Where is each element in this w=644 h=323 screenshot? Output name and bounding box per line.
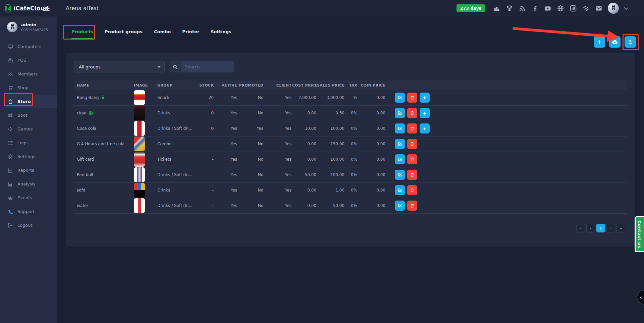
product-sales-price: 100.00 [317, 167, 345, 182]
edit-product-button[interactable] [395, 185, 405, 195]
main-content: Products Product groups Combo Printer Se… [57, 16, 644, 323]
sidebar-nav: Computers POS Members Shop Store Boot Ga… [0, 37, 57, 232]
sidebar-item-pos[interactable]: POS [0, 53, 57, 67]
edit-product-button[interactable] [395, 93, 405, 103]
sidebar-item-events[interactable]: Events [0, 191, 57, 205]
product-cost-price: 0.00 [292, 198, 317, 213]
product-stock: – [199, 167, 214, 182]
layers-icon[interactable] [582, 5, 590, 12]
product-coin-price: 0.00 [358, 121, 386, 136]
sidebar-user[interactable]: admin 005193482475 [0, 16, 57, 37]
sidebar-item-games[interactable]: Games [0, 122, 57, 136]
tab-settings[interactable]: Settings [211, 29, 231, 39]
edit-product-button[interactable] [395, 154, 405, 164]
products-card: All groups NAME IMAGE GRO [66, 53, 635, 247]
product-active: Yes [214, 105, 238, 121]
store-tabs: Products Product groups Combo Printer Se… [71, 29, 231, 39]
product-cost-price: 0.00 [292, 152, 317, 167]
client-tag-icon [101, 96, 104, 99]
sidebar-item-boot[interactable]: Boot [0, 108, 57, 122]
sidebar-item-computers[interactable]: Computers [0, 40, 57, 53]
trophy-icon[interactable] [506, 5, 513, 12]
cart-icon [8, 85, 13, 91]
product-promoted: No [238, 136, 264, 152]
pagination-prev-button[interactable]: ‹ [586, 224, 595, 232]
edit-product-button[interactable] [395, 170, 405, 180]
product-sales-price: 3,000.00 [317, 90, 345, 105]
sidebar-item-logs[interactable]: Logs [0, 136, 57, 150]
pagination-page-1[interactable]: 1 [596, 224, 605, 232]
pagination-first-button[interactable]: « [576, 224, 585, 232]
product-name: water [77, 203, 88, 208]
table-row: Bang Bang Snack 20 Yes No Yes 2,000.00 3… [74, 90, 627, 105]
product-image [134, 198, 145, 213]
sidebar-item-reports[interactable]: Reports [0, 163, 57, 177]
add-variant-button[interactable]: + [420, 123, 430, 133]
brand[interactable]: i2 iCafeCloud [0, 4, 41, 12]
delete-product-button[interactable] [407, 93, 417, 103]
rss-icon[interactable] [519, 5, 526, 12]
add-product-button[interactable]: + [594, 36, 605, 48]
youtube-icon[interactable] [544, 5, 551, 12]
product-name: G 4 Hours and free cola [77, 142, 124, 146]
product-image [134, 137, 145, 151]
sidebar-item-analysis[interactable]: Analysis [0, 177, 57, 191]
add-variant-button[interactable]: + [420, 93, 430, 103]
delete-product-button[interactable] [407, 123, 417, 133]
product-tax: % [345, 90, 358, 105]
sidebar-item-support[interactable]: Support [0, 205, 57, 218]
edit-product-button[interactable] [395, 201, 405, 211]
tab-combo[interactable]: Combo [154, 29, 171, 39]
add-variant-button[interactable]: + [420, 108, 430, 118]
ranking-icon[interactable] [493, 5, 500, 12]
group-filter-select[interactable]: All groups [74, 61, 165, 72]
contact-us-ribbon[interactable]: Contact us [635, 216, 644, 252]
sidebar-item-store[interactable]: Store [3, 95, 57, 108]
sidebar-item-label: POS [17, 58, 26, 63]
store-bag-icon [8, 99, 13, 104]
product-image [134, 121, 145, 136]
product-group: Drinks / Soft dri... [155, 167, 199, 182]
pagination-last-button[interactable]: » [616, 224, 625, 232]
icafe-app-icon[interactable] [570, 5, 577, 12]
download-products-button[interactable] [609, 36, 621, 48]
sidebar-item-members[interactable]: Members [0, 67, 57, 81]
product-coin-price: 0.00 [358, 90, 386, 105]
edit-product-button[interactable] [395, 108, 405, 118]
tab-printer[interactable]: Printer [182, 29, 199, 39]
tab-products[interactable]: Products [71, 29, 93, 39]
edit-product-button[interactable] [395, 139, 405, 149]
search-input[interactable] [181, 61, 234, 72]
edit-product-button[interactable] [395, 123, 405, 133]
facebook-icon[interactable] [531, 5, 539, 12]
chevron-down-icon[interactable] [624, 6, 629, 10]
chevron-left-icon: ‹ [640, 294, 642, 301]
delete-product-button[interactable] [407, 201, 417, 211]
subscription-days-badge[interactable]: 273 days [457, 4, 485, 12]
product-sales-price: 50.00 [317, 198, 345, 213]
mail-icon[interactable] [595, 5, 602, 12]
product-stock: – [199, 152, 214, 167]
upload-products-button[interactable] [625, 36, 636, 48]
delete-product-button[interactable] [407, 185, 417, 195]
product-group: Tickets [155, 152, 199, 167]
pagination-next-button[interactable]: › [606, 224, 615, 232]
sidebar-item-logout[interactable]: Logout [0, 218, 57, 232]
user-avatar[interactable] [608, 3, 619, 14]
sidebar-item-label: Logs [17, 140, 28, 145]
sidebar-item-shop[interactable]: Shop [0, 81, 57, 95]
sidebar-item-settings[interactable]: Settings [0, 150, 57, 163]
sidebar-item-label: Games [17, 126, 33, 131]
product-client: Yes [264, 121, 292, 136]
delete-product-button[interactable] [407, 170, 417, 180]
delete-product-button[interactable] [407, 108, 417, 118]
delete-product-button[interactable] [407, 139, 417, 149]
sidebar-item-label: Members [17, 71, 38, 76]
globe-icon[interactable] [557, 5, 564, 12]
table-row: Red bull Drinks / Soft dri... – Yes No Y… [74, 167, 627, 182]
col-name: NAME [74, 80, 131, 90]
delete-product-button[interactable] [407, 154, 417, 164]
product-coin-price: 0.00 [358, 182, 386, 198]
menu-toggle-icon[interactable] [43, 6, 50, 11]
tab-product-groups[interactable]: Product groups [105, 29, 143, 39]
